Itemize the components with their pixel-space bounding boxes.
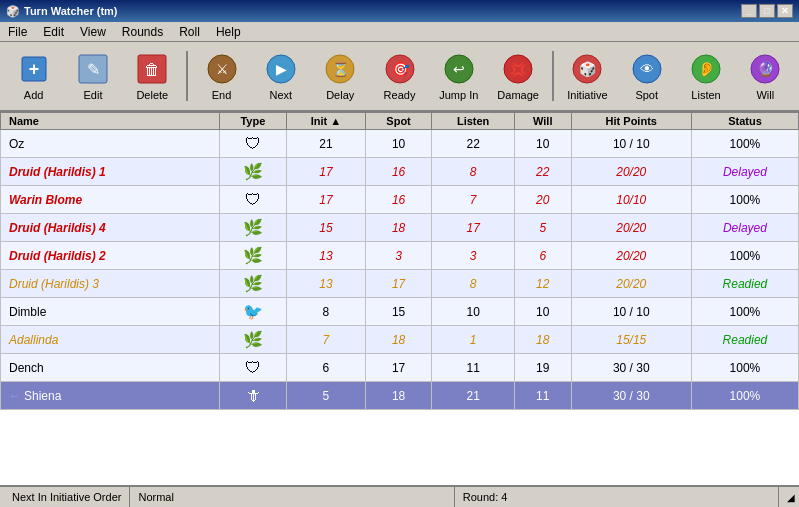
cell-will: 10 xyxy=(514,130,571,158)
delete-button[interactable]: 🗑 Delete xyxy=(125,46,180,106)
cell-type: 🌿 xyxy=(219,242,286,270)
toolbar: + Add ✎ Edit 🗑 Delete ⚔ End xyxy=(0,42,799,112)
cell-listen: 3 xyxy=(432,242,515,270)
cell-hp: 10 / 10 xyxy=(571,130,691,158)
minimize-button[interactable]: _ xyxy=(741,4,757,18)
cell-hp: 20/20 xyxy=(571,158,691,186)
table-row[interactable]: Dench🛡617111930 / 30100% xyxy=(1,354,799,382)
status-right: Round: 4 xyxy=(455,487,779,507)
cell-status: 100% xyxy=(691,242,798,270)
ready-button[interactable]: 🎯 Ready xyxy=(372,46,427,106)
delete-label: Delete xyxy=(136,89,168,101)
cell-will: 22 xyxy=(514,158,571,186)
menu-edit[interactable]: Edit xyxy=(37,23,70,41)
table-row[interactable]: Oz🛡2110221010 / 10100% xyxy=(1,130,799,158)
col-type: Type xyxy=(219,113,286,130)
cell-init: 21 xyxy=(287,130,366,158)
menu-file[interactable]: File xyxy=(2,23,33,41)
will-icon: 🔮 xyxy=(747,51,783,87)
cell-init: 13 xyxy=(287,242,366,270)
menu-view[interactable]: View xyxy=(74,23,112,41)
damage-button[interactable]: 💢 Damage xyxy=(490,46,545,106)
next-icon: ▶ xyxy=(263,51,299,87)
cell-will: 6 xyxy=(514,242,571,270)
spot-button[interactable]: 👁 Spot xyxy=(619,46,674,106)
cell-will: 18 xyxy=(514,326,571,354)
will-button[interactable]: 🔮 Will xyxy=(738,46,793,106)
menu-rounds[interactable]: Rounds xyxy=(116,23,169,41)
svg-text:👂: 👂 xyxy=(698,61,716,78)
cell-name: Druid (Harildis) 3 xyxy=(1,270,220,298)
cell-hp: 20/20 xyxy=(571,214,691,242)
title-bar-controls[interactable]: _ □ ✕ xyxy=(741,4,793,18)
svg-text:▶: ▶ xyxy=(275,61,286,77)
end-button[interactable]: ⚔ End xyxy=(194,46,249,106)
initiative-icon: 🎲 xyxy=(569,51,605,87)
initiative-button[interactable]: 🎲 Initiative xyxy=(560,46,615,106)
svg-text:✎: ✎ xyxy=(86,61,99,78)
cell-spot: 18 xyxy=(365,382,432,410)
cell-spot: 3 xyxy=(365,242,432,270)
cell-spot: 16 xyxy=(365,186,432,214)
cell-will: 11 xyxy=(514,382,571,410)
app-title: Turn Watcher (tm) xyxy=(24,5,118,17)
col-spot: Spot xyxy=(365,113,432,130)
will-label: Will xyxy=(756,89,774,101)
close-button[interactable]: ✕ xyxy=(777,4,793,18)
svg-text:⚔: ⚔ xyxy=(215,61,228,77)
cell-type: 🐦 xyxy=(219,298,286,326)
table-row[interactable]: Druid (Harildis) 4🌿151817520/20Delayed xyxy=(1,214,799,242)
svg-text:🎲: 🎲 xyxy=(579,61,597,78)
cell-listen: 21 xyxy=(432,382,515,410)
cell-type: 🌿 xyxy=(219,158,286,186)
cell-name: Druid (Harildis) 1 xyxy=(1,158,220,186)
separator-2 xyxy=(552,51,554,101)
table-row[interactable]: Warin Blome🛡171672010/10100% xyxy=(1,186,799,214)
status-right-text: Round: 4 xyxy=(463,491,508,503)
table-row[interactable]: Dimble🐦815101010 / 10100% xyxy=(1,298,799,326)
spot-icon: 👁 xyxy=(629,51,665,87)
next-button[interactable]: ▶ Next xyxy=(253,46,308,106)
cell-spot: 15 xyxy=(365,298,432,326)
table-row[interactable]: Druid (Harildis) 2🌿1333620/20100% xyxy=(1,242,799,270)
cell-status: Delayed xyxy=(691,158,798,186)
character-name: Adallinda xyxy=(9,333,58,347)
listen-button[interactable]: 👂 Listen xyxy=(678,46,733,106)
cell-init: 15 xyxy=(287,214,366,242)
col-status: Status xyxy=(691,113,798,130)
cell-status: 100% xyxy=(691,354,798,382)
col-name: Name xyxy=(1,113,220,130)
type-icon: 🌿 xyxy=(243,331,263,348)
delay-button[interactable]: ⏳ Delay xyxy=(313,46,368,106)
menu-help[interactable]: Help xyxy=(210,23,247,41)
table-row[interactable]: Druid (Harildis) 1🌿171682220/20Delayed xyxy=(1,158,799,186)
edit-button[interactable]: ✎ Edit xyxy=(65,46,120,106)
status-middle: Normal xyxy=(130,487,454,507)
menu-roll[interactable]: Roll xyxy=(173,23,206,41)
svg-text:🎯: 🎯 xyxy=(391,61,409,78)
svg-text:🔮: 🔮 xyxy=(757,61,775,78)
edit-label: Edit xyxy=(83,89,102,101)
type-icon: 🌿 xyxy=(243,219,263,236)
col-init[interactable]: Init ▲ xyxy=(287,113,366,130)
type-icon: 🛡 xyxy=(245,191,261,208)
table-row[interactable]: ←Shiena🗡518211130 / 30100% xyxy=(1,382,799,410)
resize-grip-icon: ◢ xyxy=(787,492,795,503)
character-name: Dimble xyxy=(9,305,46,319)
main-content: Name Type Init ▲ Spot Listen Will Hit Po… xyxy=(0,112,799,485)
cell-type: 🛡 xyxy=(219,186,286,214)
table-area[interactable]: Name Type Init ▲ Spot Listen Will Hit Po… xyxy=(0,112,799,485)
add-icon: + xyxy=(16,51,52,87)
cell-init: 13 xyxy=(287,270,366,298)
status-bar: Next In Initiative Order Normal Round: 4… xyxy=(0,485,799,507)
cell-listen: 22 xyxy=(432,130,515,158)
add-label: Add xyxy=(24,89,44,101)
add-button[interactable]: + Add xyxy=(6,46,61,106)
jump-in-icon: ↩ xyxy=(441,51,477,87)
table-row[interactable]: Adallinda🌿71811815/15Readied xyxy=(1,326,799,354)
delete-icon: 🗑 xyxy=(134,51,170,87)
cell-name: Druid (Harildis) 2 xyxy=(1,242,220,270)
maximize-button[interactable]: □ xyxy=(759,4,775,18)
table-row[interactable]: Druid (Harildis) 3🌿131781220/20Readied xyxy=(1,270,799,298)
jump-in-button[interactable]: ↩ Jump In xyxy=(431,46,486,106)
